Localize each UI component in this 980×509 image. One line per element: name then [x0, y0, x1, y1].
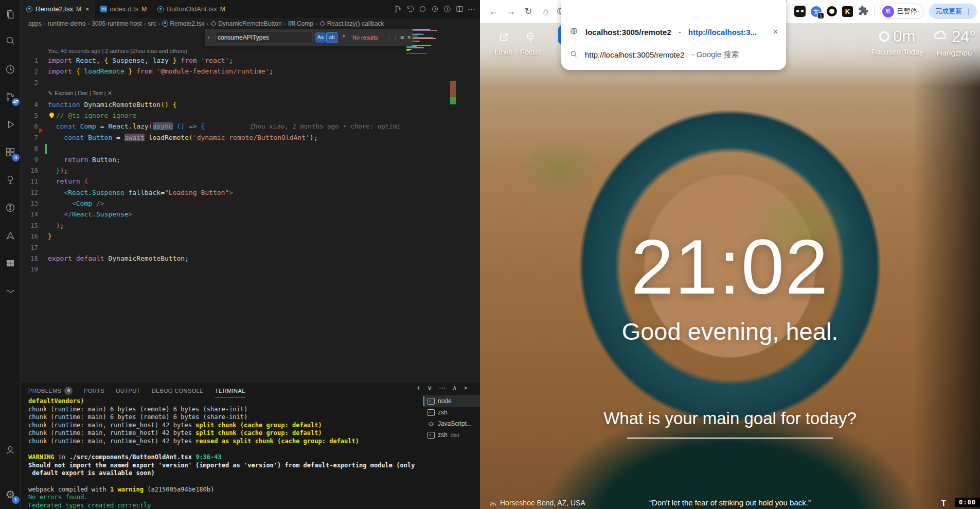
bottom-panel: PROBLEMS8PORTSOUTPUTDEBUG CONSOLETERMINA…: [21, 381, 480, 509]
suggestion-engine: - Google 搜索: [691, 50, 739, 60]
panel-maximize-icon[interactable]: ∧: [452, 384, 457, 392]
terminal-session-zsh[interactable]: >_zsh: [423, 407, 480, 418]
breadcrumb-item[interactable]: runtime-demo: [48, 20, 86, 27]
panel-tab-problems[interactable]: PROBLEMS8: [28, 384, 73, 397]
regex-button[interactable]: .*: [338, 32, 348, 43]
panel-more-icon[interactable]: ⋯: [439, 384, 446, 392]
terminal-line: webpack compiled with 1 warning (a215005…: [28, 486, 422, 494]
explorer-icon[interactable]: [0, 4, 21, 25]
paused-pill-button[interactable]: 航 已暂停: [880, 4, 924, 19]
find-close-icon[interactable]: ×: [407, 33, 412, 41]
tab-index-dts[interactable]: TS index.d.ts M: [95, 0, 153, 18]
squiggle-icon[interactable]: [0, 281, 21, 301]
lightbulb-icon[interactable]: [49, 113, 54, 117]
code-lines[interactable]: 1import React, { Suspense, lazy } from '…: [21, 55, 458, 275]
gitlens-icon[interactable]: [0, 197, 21, 218]
find-next-icon[interactable]: ↓: [394, 33, 398, 41]
whole-word-button[interactable]: ab: [327, 32, 337, 43]
tab-close-icon[interactable]: ×: [85, 5, 90, 13]
translate-extension-icon[interactable]: 1: [811, 6, 822, 17]
find-input[interactable]: consumeAPITypes: [215, 31, 313, 44]
focus-button[interactable]: Focus: [514, 31, 547, 56]
daily-quote[interactable]: “Don't let the fear of striking out hold…: [480, 498, 980, 507]
search-icon[interactable]: [0, 31, 21, 51]
terminal-output[interactable]: defaultVendors)chunk (runtime: main) 6 b…: [28, 397, 422, 509]
suggestion-search[interactable]: http://localhost:3005/remote2 - Google 搜…: [561, 45, 786, 64]
breadcrumb-item[interactable]: Comp: [297, 20, 313, 27]
back-button[interactable]: ←: [486, 4, 501, 19]
match-case-button[interactable]: Aa: [315, 32, 326, 43]
goal-input[interactable]: [627, 438, 833, 439]
breakpoint-marker[interactable]: [39, 128, 43, 133]
run-debug-icon[interactable]: [0, 114, 21, 135]
update-pill-button[interactable]: 完成更新 ⋮: [929, 4, 977, 19]
terminal-line: Federated types created correctly: [28, 502, 422, 509]
nav-back-circle-icon[interactable]: [418, 5, 427, 13]
find-in-selection-icon[interactable]: ≡: [400, 33, 404, 41]
city-label: Hangzhou: [933, 48, 976, 57]
extensions-puzzle-icon[interactable]: [858, 5, 869, 18]
source-control-icon[interactable]: 47: [0, 86, 21, 107]
breadcrumb-item[interactable]: src: [148, 20, 156, 27]
terminal-line: No errors found.: [28, 494, 422, 502]
terminal-session-zsh[interactable]: >_zshdist: [423, 429, 480, 441]
panel-close-icon[interactable]: ×: [464, 384, 468, 392]
terminal-dropdown-icon[interactable]: ∨: [427, 384, 432, 392]
panel-tab-debug-console[interactable]: DEBUG CONSOLE: [152, 384, 204, 397]
terminal-line: [28, 478, 422, 486]
omnibox-dropdown: localhost:3005/remote2 - http://localhos…: [561, 0, 786, 70]
panel-tab-output[interactable]: OUTPUT: [116, 384, 140, 397]
breadcrumb-item[interactable]: DynamicRemoteButton: [218, 20, 281, 27]
nav-forward-circle-icon[interactable]: [431, 5, 439, 13]
code-line: 18export default DynamicRemoteButton;: [21, 253, 458, 264]
history-icon[interactable]: [0, 59, 21, 80]
reload-button[interactable]: ↻: [521, 4, 536, 19]
search-icon: [569, 50, 578, 60]
tab-remote2[interactable]: Remote2.tsx M ×: [21, 0, 95, 18]
breadcrumb-item[interactable]: Remote2.tsx: [170, 20, 204, 27]
kubernetes-icon[interactable]: [0, 225, 21, 246]
globe-icon: [569, 27, 578, 37]
breadcrumb-item[interactable]: apps: [28, 20, 42, 27]
terminal-line: Should not import the named export 'vers…: [28, 462, 422, 470]
discard-icon[interactable]: [406, 5, 415, 13]
terminal-session-javascript[interactable]: JavaScript...: [423, 418, 480, 429]
suggestion-history[interactable]: localhost:3005/remote2 - http://localhos…: [561, 23, 786, 41]
find-query: consumeAPITypes: [218, 34, 269, 41]
terminal-line: chunk (runtime: main, runtime_host) 42 b…: [28, 429, 422, 438]
breadcrumb-item[interactable]: 3005-runtime-host: [92, 20, 141, 27]
kagi-extension-icon[interactable]: K: [842, 6, 853, 17]
panel-actions: + ∨ ⋯ ∧ ×: [417, 384, 468, 392]
new-terminal-icon[interactable]: +: [417, 384, 421, 392]
breadcrumb-item[interactable]: React.lazy() callback: [327, 20, 384, 27]
extension-dark-icon[interactable]: [794, 6, 806, 17]
account-icon[interactable]: [0, 440, 21, 460]
editor-actions: ⋯: [394, 0, 479, 18]
gitlens-graph-icon[interactable]: [443, 5, 452, 13]
panel-tab-ports[interactable]: PORTS: [84, 384, 104, 397]
panel-tab-terminal[interactable]: TERMINAL: [215, 384, 245, 397]
terminal-session-node[interactable]: >_node: [423, 395, 480, 407]
more-actions-icon[interactable]: ⋯: [468, 5, 476, 14]
extensions-icon[interactable]: 4: [0, 142, 21, 162]
suggestion-url: http://localhost:3...: [688, 28, 757, 37]
remove-suggestion-icon[interactable]: ×: [773, 27, 778, 37]
weather-widget[interactable]: 24° Hangzhou: [933, 27, 976, 57]
testing-icon[interactable]: [0, 170, 21, 190]
extension-ring-icon[interactable]: [827, 6, 837, 16]
focused-today-widget[interactable]: 0m Focused Today: [871, 27, 923, 56]
source-control-graph-icon[interactable]: [394, 5, 402, 13]
scm-badge: 47: [12, 98, 20, 106]
home-button[interactable]: ⌂: [539, 4, 553, 19]
dashboard-icon[interactable]: [0, 253, 21, 274]
forward-button[interactable]: →: [504, 4, 518, 19]
split-editor-icon[interactable]: [455, 5, 464, 13]
find-prev-icon[interactable]: ↑: [387, 33, 391, 41]
modified-badge: M: [220, 6, 225, 13]
tab-buttonoldant[interactable]: ButtonOldAnt.tsx M: [152, 0, 231, 18]
find-replace-toggle-icon[interactable]: ›: [205, 29, 212, 46]
todo-link-partial[interactable]: T: [941, 499, 946, 508]
settings-gear-icon[interactable]: ⚙1: [0, 484, 21, 505]
code-line: 6 const Comp = React.lazy(async () => { …: [21, 121, 458, 132]
codelens-row[interactable]: ✎Explain | Doc | Test | ✕: [21, 88, 458, 99]
